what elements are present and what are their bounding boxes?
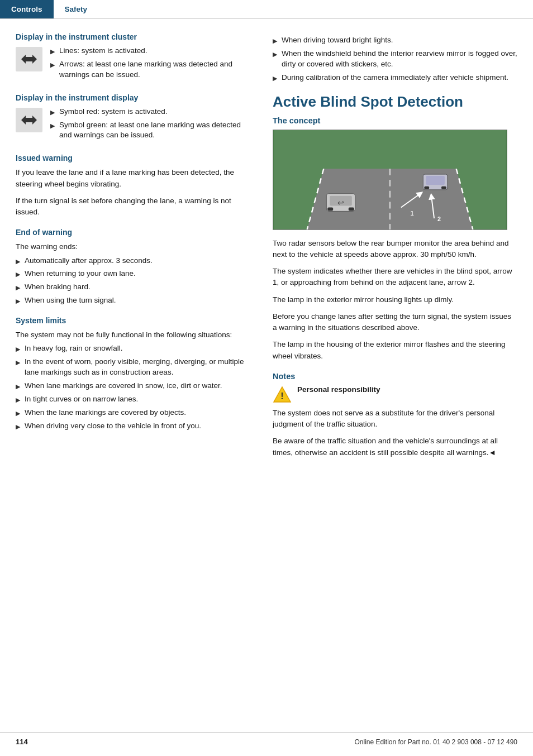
list-item: ▶ When the lane markings are covered by …	[16, 408, 255, 418]
top-navigation: Controls Safety	[0, 0, 533, 19]
tab-safety[interactable]: Safety	[54, 0, 99, 18]
bullet-icon: ▶	[16, 423, 20, 431]
lane-icon-2	[16, 108, 42, 132]
svg-rect-14	[349, 207, 354, 210]
list-item: ▶ During calibration of the camera immed…	[273, 73, 517, 83]
bullet-icon: ▶	[273, 50, 277, 59]
list-item: ▶ When the windshield behind the interio…	[273, 49, 517, 70]
list-item: ▶ When lane markings are covered in snow…	[16, 381, 255, 391]
sub-section-title: The concept	[273, 116, 517, 125]
list-item: ▶ Symbol red: system is activated.	[50, 107, 255, 117]
notes-section: Notes ! Personal responsibility The syst…	[273, 372, 517, 458]
section2-content: ▶ Symbol red: system is activated. ▶ Sym…	[16, 107, 255, 144]
list-item: ▶ When using the turn signal.	[16, 295, 255, 306]
section5-title: System limits	[16, 316, 255, 325]
list-item: ▶ When returning to your own lane.	[16, 269, 255, 279]
main-content: Display in the instrument cluster ▶ Line…	[0, 19, 533, 477]
bullet-icon: ▶	[16, 345, 20, 353]
bullet-icon: ▶	[16, 409, 20, 418]
list-item: ▶ When braking hard.	[16, 282, 255, 293]
footer-text: Online Edition for Part no. 01 40 2 903 …	[354, 738, 517, 746]
section4-bullets: ▶ Automatically after approx. 3 seconds.…	[16, 256, 255, 307]
notes-content: Personal responsibility	[297, 385, 380, 395]
list-item: ▶ Automatically after approx. 3 seconds.	[16, 256, 255, 266]
svg-text:2: 2	[437, 216, 441, 222]
section2-bullets: ▶ Symbol red: system is activated. ▶ Sym…	[50, 107, 255, 144]
right-top-bullets: ▶ When driving toward bright lights. ▶ W…	[273, 35, 517, 83]
bullet-icon: ▶	[50, 61, 55, 69]
svg-text:↩: ↩	[337, 198, 344, 207]
svg-rect-17	[426, 176, 445, 185]
section1-content: ▶ Lines: system is activated. ▶ Arrows: …	[16, 46, 255, 83]
svg-rect-13	[327, 207, 333, 210]
list-item: ▶ Lines: system is activated.	[50, 46, 255, 56]
big-section-title: Active Blind Spot Detection	[273, 93, 517, 111]
notes-body1: The system does not serve as a substitut…	[273, 408, 517, 430]
notes-icon-row: ! Personal responsibility	[273, 385, 517, 404]
body3: The lamp in the exterior mirror housing …	[273, 294, 517, 305]
body4: Before you change lanes after setting th…	[273, 311, 517, 334]
list-item: ▶ In the event of worn, poorly visible, …	[16, 357, 255, 378]
svg-rect-18	[424, 186, 429, 189]
bullet-icon: ▶	[16, 270, 20, 279]
section4-intro: The warning ends:	[16, 241, 255, 252]
page-number: 114	[16, 738, 28, 746]
right-column: ▶ When driving toward bright lights. ▶ W…	[273, 32, 517, 464]
notes-label: Personal responsibility	[297, 385, 380, 394]
list-item: ▶ Symbol green: at least one lane markin…	[50, 120, 255, 141]
bullet-icon: ▶	[50, 122, 55, 130]
section3-body1: If you leave the lane and if a lane mark…	[16, 167, 255, 190]
body1: Two radar sensors below the rear bumper …	[273, 238, 517, 261]
bullet-icon: ▶	[273, 74, 277, 83]
section5-bullets: ▶ In heavy fog, rain or snowfall. ▶ In t…	[16, 343, 255, 431]
list-item: ▶ When driving toward bright lights.	[273, 35, 517, 46]
list-item: ▶ In heavy fog, rain or snowfall.	[16, 343, 255, 354]
lane-icon-1	[16, 47, 42, 71]
notes-body2: Be aware of the traffic situation and th…	[273, 436, 517, 458]
section3-body2: If the turn signal is set before changin…	[16, 195, 255, 218]
bullet-icon: ▶	[16, 284, 20, 292]
body5: The lamp in the housing of the exterior …	[273, 339, 517, 362]
section4-title: End of warning	[16, 228, 255, 237]
page-footer: 114 Online Edition for Part no. 01 40 2 …	[0, 733, 533, 750]
section2-title: Display in the instrument display	[16, 93, 255, 102]
section5-intro: The system may not be fully functional i…	[16, 329, 255, 341]
notes-title: Notes	[273, 372, 517, 381]
bullet-icon: ▶	[16, 396, 20, 404]
tab-controls[interactable]: Controls	[0, 0, 54, 18]
road-diagram: ↩ 1 2	[273, 130, 507, 230]
left-column: Display in the instrument cluster ▶ Line…	[16, 32, 273, 464]
bullet-icon: ▶	[16, 382, 20, 391]
bullet-icon: ▶	[273, 37, 277, 45]
svg-text:1: 1	[411, 210, 414, 217]
list-item: ▶ When driving very close to the vehicle…	[16, 421, 255, 432]
section3-title: Issued warning	[16, 154, 255, 162]
svg-text:!: !	[280, 391, 283, 401]
section1-bullets: ▶ Lines: system is activated. ▶ Arrows: …	[50, 46, 255, 83]
bullet-icon: ▶	[50, 47, 55, 56]
list-item: ▶ Arrows: at least one lane marking was …	[50, 59, 255, 80]
bullet-icon: ▶	[16, 257, 20, 266]
warning-triangle-icon: !	[273, 385, 292, 404]
list-item: ▶ In tight curves or on narrow lanes.	[16, 394, 255, 405]
section1-title: Display in the instrument cluster	[16, 32, 255, 41]
svg-rect-19	[441, 186, 446, 189]
body2: The system indicates whether there are v…	[273, 266, 517, 289]
bullet-icon: ▶	[16, 358, 20, 367]
bullet-icon: ▶	[50, 108, 55, 117]
bullet-icon: ▶	[16, 297, 20, 305]
